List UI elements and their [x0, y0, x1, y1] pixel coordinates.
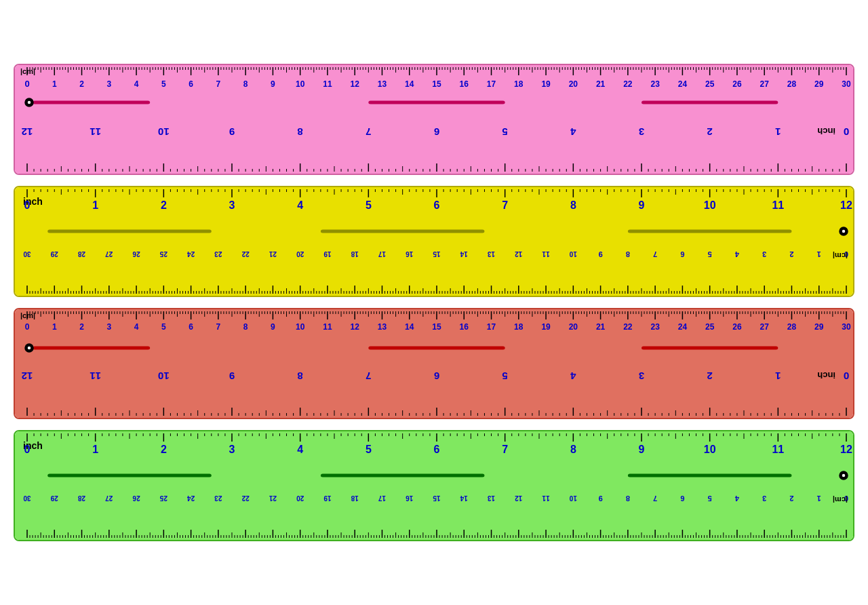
- svg-text:11: 11: [772, 444, 784, 455]
- svg-text:19: 19: [323, 494, 332, 502]
- svg-text:25: 25: [705, 322, 715, 332]
- svg-text:10: 10: [158, 370, 170, 382]
- svg-text:5: 5: [161, 322, 166, 332]
- svg-text:7: 7: [502, 444, 508, 455]
- svg-text:20: 20: [296, 250, 304, 258]
- svg-text:4: 4: [570, 126, 576, 138]
- svg-text:13: 13: [488, 494, 496, 502]
- svg-text:8: 8: [626, 250, 630, 258]
- svg-text:3: 3: [639, 370, 644, 382]
- svg-text:8: 8: [626, 494, 630, 503]
- svg-text:29: 29: [814, 322, 824, 332]
- pink-ruler: |cm|012345678910111213141516171819202122…: [14, 64, 854, 175]
- svg-text:22: 22: [241, 250, 250, 258]
- svg-text:17: 17: [487, 322, 496, 332]
- svg-text:9: 9: [639, 199, 645, 211]
- svg-text:4: 4: [134, 79, 139, 89]
- svg-text:2: 2: [789, 494, 793, 503]
- svg-text:14: 14: [405, 322, 414, 332]
- svg-text:12: 12: [515, 250, 523, 258]
- svg-text:10: 10: [704, 444, 716, 455]
- svg-text:18: 18: [351, 494, 359, 502]
- svg-rect-608: [47, 230, 212, 233]
- svg-text:15: 15: [432, 322, 441, 332]
- svg-text:6: 6: [434, 444, 440, 455]
- svg-text:23: 23: [650, 79, 660, 89]
- svg-text:3: 3: [106, 79, 111, 89]
- svg-text:8: 8: [570, 199, 576, 211]
- svg-text:0: 0: [25, 322, 30, 332]
- svg-text:5: 5: [366, 199, 372, 211]
- svg-text:13: 13: [378, 322, 387, 332]
- svg-text:11: 11: [323, 79, 332, 89]
- svg-text:6: 6: [680, 494, 684, 503]
- svg-text:29: 29: [50, 250, 58, 258]
- svg-text:9: 9: [229, 126, 235, 138]
- svg-point-1283: [27, 346, 31, 350]
- svg-text:26: 26: [732, 79, 742, 89]
- svg-text:16: 16: [460, 79, 469, 89]
- svg-text:27: 27: [105, 494, 113, 502]
- svg-text:14: 14: [460, 494, 468, 502]
- svg-text:11: 11: [90, 126, 101, 138]
- green-ruler: inch012345678910111230292827262524232221…: [14, 430, 854, 541]
- svg-text:13: 13: [378, 79, 387, 89]
- svg-text:4: 4: [734, 250, 739, 258]
- svg-text:21: 21: [596, 79, 606, 89]
- svg-text:1: 1: [775, 370, 781, 382]
- svg-text:7: 7: [653, 494, 657, 503]
- svg-text:11: 11: [323, 322, 332, 332]
- svg-text:3: 3: [762, 250, 766, 258]
- svg-text:3: 3: [229, 444, 235, 455]
- svg-text:26: 26: [132, 250, 140, 258]
- svg-point-1558: [842, 473, 846, 477]
- svg-text:16: 16: [406, 494, 414, 502]
- svg-text:14: 14: [405, 79, 414, 89]
- svg-text:27: 27: [760, 322, 770, 332]
- svg-text:2: 2: [161, 199, 167, 211]
- svg-rect-1555: [321, 474, 485, 477]
- svg-text:3: 3: [106, 322, 111, 332]
- svg-rect-335: [642, 101, 778, 104]
- svg-text:6: 6: [434, 199, 440, 211]
- svg-text:|cm|: |cm|: [20, 67, 35, 75]
- svg-text:30: 30: [23, 494, 31, 502]
- svg-rect-610: [628, 230, 792, 233]
- svg-text:22: 22: [241, 494, 250, 502]
- svg-text:5: 5: [502, 370, 507, 382]
- svg-text:26: 26: [732, 322, 742, 332]
- svg-text:1: 1: [92, 199, 98, 211]
- svg-text:10: 10: [569, 250, 577, 258]
- svg-text:2: 2: [161, 444, 167, 455]
- svg-text:0: 0: [24, 199, 31, 211]
- svg-text:28: 28: [78, 250, 86, 258]
- svg-text:11: 11: [90, 370, 101, 382]
- svg-text:16: 16: [406, 250, 414, 258]
- svg-text:26: 26: [132, 494, 140, 502]
- svg-rect-1556: [628, 474, 792, 477]
- svg-text:19: 19: [541, 322, 551, 332]
- svg-text:20: 20: [296, 494, 304, 502]
- svg-text:3: 3: [639, 126, 644, 138]
- svg-text:24: 24: [678, 79, 688, 89]
- svg-text:|cm|: |cm|: [833, 252, 848, 260]
- svg-text:0: 0: [24, 444, 31, 455]
- svg-text:18: 18: [351, 250, 359, 258]
- svg-text:24: 24: [678, 322, 688, 332]
- svg-text:5: 5: [502, 126, 507, 138]
- svg-text:7: 7: [502, 199, 508, 211]
- svg-text:10: 10: [704, 199, 716, 211]
- svg-text:4: 4: [734, 494, 739, 503]
- svg-text:11: 11: [772, 199, 784, 211]
- svg-text:7: 7: [653, 250, 657, 258]
- svg-rect-333: [33, 101, 150, 104]
- svg-text:9: 9: [639, 444, 645, 455]
- svg-text:1: 1: [52, 79, 57, 89]
- svg-text:2: 2: [79, 79, 84, 89]
- svg-text:29: 29: [814, 79, 824, 89]
- svg-text:8: 8: [297, 126, 302, 138]
- svg-text:3: 3: [762, 494, 766, 503]
- svg-text:7: 7: [216, 79, 221, 89]
- svg-text:14: 14: [460, 250, 468, 258]
- svg-text:29: 29: [50, 494, 58, 502]
